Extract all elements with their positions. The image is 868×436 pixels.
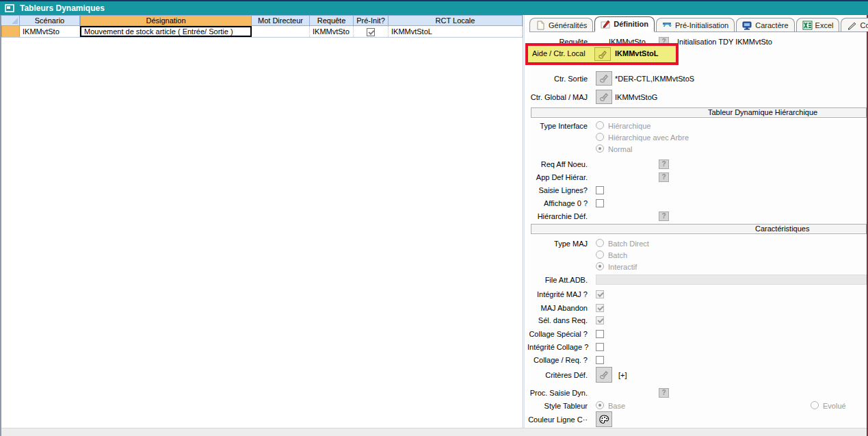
grid-header-row: Scénario Désignation Mot Directeur Requê… bbox=[1, 15, 523, 26]
collage-req-checkbox[interactable] bbox=[596, 356, 604, 364]
app-window: Tableurs Dynamiques Scénario Désignation… bbox=[0, 0, 868, 436]
type-interface-label: Type Interface bbox=[527, 120, 588, 131]
req-aff-noeu-row: Req Aff Noeu. ? bbox=[527, 159, 867, 170]
hand-pen-icon bbox=[597, 49, 609, 60]
cell-requete[interactable]: IKMMvtSto bbox=[310, 26, 354, 37]
radio-interactif-label: Interactif bbox=[608, 261, 637, 272]
affichage-0-label: Affichage 0 ? bbox=[527, 198, 588, 209]
tab-definition[interactable]: Définition bbox=[594, 16, 655, 32]
sel-dans-req-label: Sél. dans Req. bbox=[527, 315, 588, 326]
saisie-lignes-row: Saisie Lignes? bbox=[527, 185, 867, 196]
radio-batch-label: Batch bbox=[608, 250, 627, 261]
aide-ctr-local-button[interactable] bbox=[594, 47, 611, 61]
requete-description: Initialisation TDY IKMMvtSto bbox=[677, 36, 772, 47]
hierarchie-def-row: Hiérarchie Déf. ? bbox=[527, 211, 867, 222]
maj-abandon-row: MAJ Abandon bbox=[527, 303, 867, 313]
criteres-def-label: Critères Déf. bbox=[527, 370, 588, 381]
scenario-grid-panel: Scénario Désignation Mot Directeur Requê… bbox=[1, 15, 523, 428]
cell-designation-selected[interactable]: Mouvement de stock article ( Entrée/ Sor… bbox=[80, 26, 252, 37]
radio-hierarchique-arbre bbox=[596, 133, 604, 141]
hand-pen-icon bbox=[599, 73, 610, 84]
tab-caractere[interactable]: Caractère bbox=[736, 18, 794, 31]
column-header-rct-locale[interactable]: RCT Locale bbox=[389, 16, 523, 25]
radio-batch-direct bbox=[596, 239, 604, 247]
pre-init-checkbox[interactable] bbox=[367, 28, 375, 36]
column-header-scenario[interactable]: Scénario bbox=[20, 16, 80, 25]
column-header-pre-init[interactable]: Pré-Init? bbox=[354, 16, 389, 25]
aide-ctr-local-value[interactable]: IKMMvtStoL bbox=[615, 49, 659, 57]
radio-base-label: Base bbox=[608, 400, 625, 411]
pencil-icon bbox=[847, 21, 857, 30]
tab-pre-initialisation[interactable]: Pré-Initialisation bbox=[656, 18, 735, 31]
radio-hierarchique-arbre-label: Hiérarchique avec Arbre bbox=[608, 132, 689, 143]
req-aff-noeu-help-button[interactable]: ? bbox=[659, 159, 669, 169]
table-row: IKMMvtSto Mouvement de stock article ( E… bbox=[1, 26, 523, 38]
maj-abandon-label: MAJ Abandon bbox=[527, 303, 588, 313]
radio-normal bbox=[596, 144, 604, 153]
tab-label: Définition bbox=[614, 20, 648, 28]
integrite-collage-checkbox[interactable] bbox=[596, 343, 604, 351]
cell-scenario[interactable]: IKMMvtSto bbox=[20, 26, 80, 37]
style-tableur-row: Style Tableur Base Evolué bbox=[527, 400, 867, 411]
type-interface-option-row: Hiérarchique avec Arbre bbox=[527, 132, 867, 143]
ctr-global-value[interactable]: IKMMvtStoG bbox=[615, 92, 657, 103]
req-aff-noeu-label: Req Aff Noeu. bbox=[527, 159, 588, 170]
panel-separator bbox=[524, 15, 525, 428]
file-att-adb-row: File Att.ADB. bbox=[527, 274, 867, 285]
saisie-lignes-checkbox[interactable] bbox=[596, 186, 604, 194]
style-tableur-label: Style Tableur bbox=[527, 400, 588, 411]
tab-bar: Généralités Définition Pré-Initialisatio… bbox=[529, 16, 867, 32]
column-header-requete[interactable]: Requête bbox=[310, 16, 354, 25]
file-att-adb-label: File Att.ADB. bbox=[527, 274, 588, 285]
couleur-ligne-row: Couleur Ligne C·· bbox=[527, 414, 867, 425]
tab-excel[interactable]: Excel bbox=[796, 18, 840, 31]
window-icon bbox=[5, 4, 14, 12]
collage-special-row: Collage Spécial ? bbox=[527, 329, 867, 339]
sel-dans-req-checkbox bbox=[596, 316, 604, 324]
tab-generalites[interactable]: Généralités bbox=[529, 18, 593, 31]
cell-rct-locale[interactable]: IKMMvtStoL bbox=[389, 26, 523, 37]
proc-saisie-dyn-help-button[interactable]: ? bbox=[659, 388, 669, 398]
sel-dans-req-row: Sél. dans Req. bbox=[527, 315, 867, 326]
app-def-hierar-label: App Def Hiérar. bbox=[527, 172, 588, 183]
section-hierarchique-bar: Tableur Dynamique Hiérarchique bbox=[531, 107, 867, 118]
ctr-sortie-button[interactable] bbox=[596, 71, 612, 86]
type-maj-row: Type MAJ Batch Direct bbox=[527, 238, 867, 249]
column-header-mot-directeur[interactable]: Mot Directeur bbox=[252, 16, 310, 25]
section-caracteristiques-title: Caractéristiques bbox=[755, 225, 809, 233]
integrite-maj-label: Intégrité MAJ ? bbox=[527, 289, 588, 300]
refresh-icon bbox=[662, 21, 672, 30]
criteres-def-button[interactable] bbox=[596, 367, 612, 383]
ctr-global-button[interactable] bbox=[596, 90, 612, 104]
tab-commentaire[interactable]: Commentaire bbox=[841, 18, 868, 31]
aide-ctr-local-highlight: Aide / Ctr. Local IKMMvtStoL bbox=[525, 43, 679, 65]
window-bottom-strip bbox=[1, 428, 867, 436]
radio-hierarchique-label: Hiérarchique bbox=[608, 120, 650, 131]
ctr-sortie-value[interactable]: *DER-CTL,IKMMvtStoS bbox=[615, 73, 694, 84]
maj-abandon-checkbox bbox=[596, 304, 604, 312]
palette-icon bbox=[599, 414, 610, 424]
criteres-def-value: [+] bbox=[618, 370, 627, 381]
tab-label: Excel bbox=[815, 21, 834, 29]
radio-interactif bbox=[596, 262, 604, 270]
couleur-ligne-label: Couleur Ligne C·· bbox=[527, 414, 588, 425]
hierarchie-def-help-button[interactable]: ? bbox=[659, 211, 669, 221]
cell-mot-directeur[interactable] bbox=[252, 26, 310, 37]
section-hierarchique-title: Tableur Dynamique Hiérarchique bbox=[708, 108, 817, 117]
aide-ctr-local-label: Aide / Ctr. Local bbox=[532, 49, 586, 57]
hand-pen-icon bbox=[599, 370, 610, 380]
cell-pre-init[interactable] bbox=[354, 26, 389, 37]
column-header-designation[interactable]: Désignation bbox=[80, 16, 252, 25]
type-interface-option-row: Normal bbox=[527, 144, 867, 155]
radio-base bbox=[596, 401, 604, 409]
grid-corner-cell[interactable] bbox=[1, 16, 20, 25]
affichage-0-checkbox[interactable] bbox=[596, 199, 604, 207]
collage-special-label: Collage Spécial ? bbox=[527, 329, 588, 339]
collage-special-checkbox[interactable] bbox=[596, 330, 604, 338]
integrite-collage-row: Intégrité Collage ? bbox=[527, 342, 867, 352]
proc-saisie-dyn-label: Proc. Saisie Dyn. bbox=[527, 387, 588, 398]
couleur-ligne-button[interactable] bbox=[596, 411, 612, 427]
row-gutter-cell[interactable] bbox=[1, 26, 20, 37]
document-icon bbox=[536, 21, 546, 30]
app-def-hierar-help-button[interactable]: ? bbox=[659, 172, 669, 182]
